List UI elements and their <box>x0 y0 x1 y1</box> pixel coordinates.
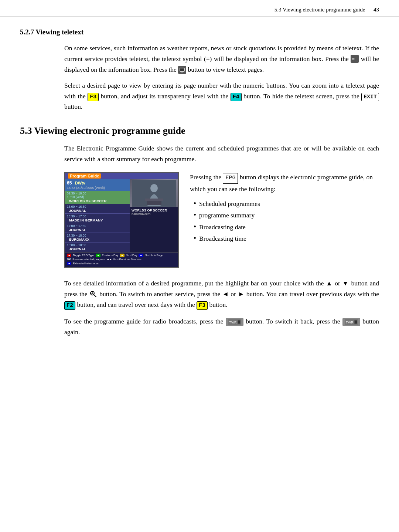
channel-date: 16:53 (21/10/2005 (Wed)) <box>67 186 105 190</box>
prog-time-6: 18:00 ~ 18:30 <box>67 243 128 247</box>
epg-detail-sub: Kaiserslautern <box>132 212 176 216</box>
prog-time-1b: 10:10 (Wed) <box>67 195 128 199</box>
epg-prog-row-5: 17:30 ~ 18:00 EUROMAXX <box>65 233 130 243</box>
bullet-1: • <box>194 200 196 207</box>
epg-prog-row-4: 17:00 ~ 17:30 JOURNAL <box>65 223 130 233</box>
channel-number: 65 <box>67 180 72 186</box>
tv-button-icon <box>178 66 186 74</box>
epg-content-row: Program Guide 65 DWtv <box>64 172 379 268</box>
header-section-title: 5.3 Viewing electronic programme guide <box>274 7 365 13</box>
prog-time-5: 17:30 ~ 18:00 <box>67 234 128 237</box>
epg-right-panel: WORLDS OF SOCCER Kaiserslautern <box>130 179 178 252</box>
tv-radio-button-2: TV/R <box>342 318 360 326</box>
f3-button-2: F3 <box>197 301 208 310</box>
prog-time-2: 16:00 ~ 16:30 <box>67 205 128 209</box>
epg-screen: Program Guide 65 DWtv <box>64 172 179 268</box>
prog-time-3: 16:30 ~ 17:00 <box>67 214 128 218</box>
prog-name-4: JOURNAL <box>67 228 128 232</box>
epg-thumbnail <box>130 179 178 207</box>
epg-inner: 65 DWtv 16:53 (21/10/2005 (Wed)) 09:30 ~… <box>65 179 178 252</box>
bullet-2: • <box>194 211 196 218</box>
epg-blue-btn: ■ <box>139 254 143 257</box>
epg-yellow-btn: ■ <box>120 254 124 257</box>
search-icon <box>89 290 98 298</box>
prog-time-4: 17:00 ~ 17:30 <box>67 224 128 228</box>
epg-left-panel: 65 DWtv 16:53 (21/10/2005 (Wed)) 09:30 ~… <box>65 179 130 252</box>
section-527-body: On some services, such information as we… <box>64 43 379 112</box>
feature-list: • Scheduled programmes • programme summa… <box>190 198 379 245</box>
prog-name-5: EUROMAXX <box>67 237 128 241</box>
section-53-para4: To see the programme guide for radio bro… <box>64 316 379 338</box>
svg-text:TV/R: TV/R <box>229 321 237 324</box>
teletext-icon <box>351 55 359 63</box>
epg-footer-row-2: OK Reserve selected program. ◄► Next/Pre… <box>67 258 176 261</box>
thumbnail-svg <box>132 180 176 207</box>
epg-side-para1: Pressing the EPG button displays the ele… <box>190 172 379 194</box>
epg-channel-row: 65 DWtv 16:53 (21/10/2005 (Wed)) <box>65 179 130 191</box>
epg-prog-row-6: 18:00 ~ 18:30 JOURNAL <box>65 243 130 252</box>
f4-button: F4 <box>231 93 242 101</box>
section-53-lower: To see detailed information of a desired… <box>64 278 379 337</box>
prog-time-1: 09:30 ~ 10:00 <box>67 192 128 195</box>
bullet-4: • <box>194 234 196 242</box>
epg-prog-row-highlighted: 09:30 ~ 10:00 10:10 (Wed) WORLDS OF SOCC… <box>65 191 130 204</box>
section-527-title: 5.2.7 Viewing teletext <box>20 28 379 36</box>
svg-rect-1 <box>180 68 184 71</box>
section-53-title: 5.3 Viewing electronic programme guide <box>20 125 379 136</box>
f3-button: F3 <box>88 93 99 101</box>
f2-button: F2 <box>64 301 75 310</box>
svg-rect-6 <box>147 201 161 205</box>
svg-text:TV/R: TV/R <box>346 321 354 324</box>
section-527: 5.2.7 Viewing teletext On some services,… <box>20 28 379 112</box>
prog-name-6: JOURNAL <box>67 247 128 251</box>
list-item-1: • Scheduled programmes <box>194 198 379 210</box>
section-53-body: The Electronic Programme Guide shows the… <box>64 143 379 268</box>
svg-rect-14 <box>238 321 240 323</box>
epg-detail-name: WORLDS OF SOCCER <box>132 209 176 212</box>
content-area: 5.2.7 Viewing teletext On some services,… <box>0 17 399 363</box>
epg-prog-row-2: 16:00 ~ 16:30 JOURNAL <box>65 204 130 214</box>
epg-red-btn: ■ <box>67 254 71 257</box>
page-header: 5.3 Viewing electronic programme guide 4… <box>0 0 399 17</box>
epg-ok-label: OK <box>67 258 71 261</box>
epg-prog-detail: WORLDS OF SOCCER Kaiserslautern <box>130 207 178 217</box>
epg-button-label: EPG <box>223 173 238 184</box>
page-number: 43 <box>374 7 379 13</box>
svg-rect-5 <box>145 199 163 201</box>
prog-name-2: JOURNAL <box>67 209 128 213</box>
svg-line-8 <box>94 295 96 297</box>
epg-title-label: Program Guide <box>68 173 101 179</box>
list-item-3: • Broadcasting date <box>194 221 379 233</box>
epg-footer-row-1: ■ Toggle EPG Type ■ Previous Day ■ Next … <box>67 254 176 257</box>
epg-footer-row-3: ■ Extended Information <box>67 262 176 265</box>
epg-blue-btn-2: ■ <box>67 262 71 265</box>
epg-footer: ■ Toggle EPG Type ■ Previous Day ■ Next … <box>65 252 178 267</box>
prog-name-3: MADE IN GERMANY <box>67 218 128 222</box>
section-527-para2: Select a desired page to view by enterin… <box>64 80 379 112</box>
section-53-intro: The Electronic Programme Guide shows the… <box>64 143 379 165</box>
list-item-4: • Broadcasting time <box>194 233 379 245</box>
exit-button: EXIT <box>361 93 379 101</box>
svg-point-4 <box>150 184 158 192</box>
epg-image-box: Program Guide 65 DWtv <box>64 172 179 268</box>
channel-name: DWtv <box>75 181 85 185</box>
bullet-3: • <box>194 223 196 230</box>
tv-radio-button-1: TV/R <box>226 318 243 326</box>
section-53-para3: To see detailed information of a desired… <box>64 278 379 310</box>
section-53: 5.3 Viewing electronic programme guide T… <box>20 125 379 337</box>
epg-title-bar: Program Guide <box>65 173 178 179</box>
header-text: 5.3 Viewing electronic programme guide 4… <box>274 7 379 13</box>
svg-rect-2 <box>181 72 183 72</box>
section-527-para1: On some services, such information as we… <box>64 43 379 75</box>
epg-green-btn: ■ <box>96 254 100 257</box>
svg-rect-18 <box>355 321 357 323</box>
list-item-2: • programme summary <box>194 210 379 221</box>
epg-prog-row-3: 16:30 ~ 17:00 MADE IN GERMANY <box>65 214 130 223</box>
prog-name-1: WORLDS OF SOCCER <box>67 199 128 203</box>
epg-side-text: Pressing the EPG button displays the ele… <box>190 172 379 245</box>
